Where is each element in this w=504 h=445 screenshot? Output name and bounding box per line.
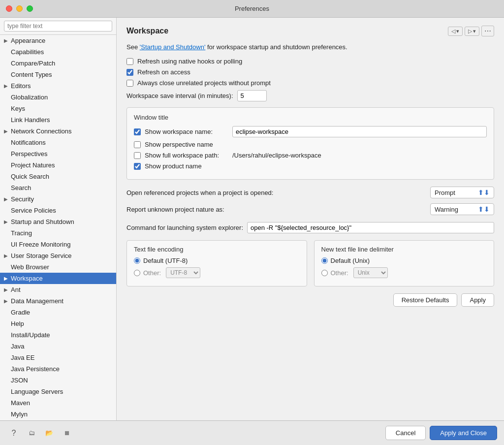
encoding-default-radio[interactable] <box>134 257 140 264</box>
delimiter-default-radio[interactable] <box>321 257 328 264</box>
sidebar-filter[interactable] <box>0 18 116 35</box>
stop-button[interactable]: ⏹ <box>60 426 74 440</box>
sidebar-item-security[interactable]: ▶Security <box>0 193 116 205</box>
show-workspace-name-label: Show workspace name: <box>145 128 228 135</box>
close-button[interactable] <box>6 5 12 12</box>
sidebar-item-startup-shutdown[interactable]: ▶Startup and Shutdown <box>0 216 116 227</box>
sidebar-item-help[interactable]: Help <box>0 318 116 329</box>
sidebar-item-link-handlers[interactable]: Link Handlers <box>0 114 116 126</box>
refresh-native-checkbox[interactable] <box>126 58 133 65</box>
sidebar-item-compare-patch[interactable]: Compare/Patch <box>0 58 116 69</box>
show-product-name-checkbox[interactable] <box>134 163 141 170</box>
restore-defaults-button[interactable]: Restore Defaults <box>393 293 458 307</box>
refresh-access-label: Refresh on access <box>137 68 190 76</box>
sidebar-item-label: Java Persistence <box>11 365 60 373</box>
apply-button[interactable]: Apply <box>461 293 494 307</box>
sidebar-item-java-ee[interactable]: Java EE <box>0 352 116 363</box>
line-delimiter-title: New text file line delimiter <box>321 246 487 253</box>
sidebar-item-notifications[interactable]: Notifications <box>0 137 116 148</box>
sidebar-item-install-update[interactable]: Install/Update <box>0 329 116 341</box>
sidebar-item-appearance[interactable]: ▶Appearance <box>0 35 116 46</box>
minimize-button[interactable] <box>16 5 23 12</box>
sidebar-item-network-connections[interactable]: ▶Network Connections <box>0 126 116 137</box>
sidebar-item-language-servers[interactable]: Language Servers <box>0 386 116 397</box>
show-product-name-row: Show product name <box>134 162 487 170</box>
command-label: Command for launching system explorer: <box>126 224 243 231</box>
encoding-other-select[interactable]: UTF-8 <box>166 267 200 278</box>
forward-button[interactable]: ▷ ▾ <box>465 27 479 36</box>
help-icon: ? <box>12 429 16 438</box>
maximize-button[interactable] <box>27 5 33 12</box>
show-full-path-row: Show full workspace path: /Users/rahul/e… <box>134 152 487 159</box>
sidebar-item-service-policies[interactable]: Service Policies <box>0 205 116 216</box>
sidebar-item-ant[interactable]: ▶Ant <box>0 284 116 295</box>
save-interval-input[interactable] <box>237 90 267 101</box>
window-title-section-label: Window title <box>134 114 487 121</box>
sidebar-item-ui-freeze[interactable]: UI Freeze Monitoring <box>0 239 116 250</box>
filter-input[interactable] <box>4 21 112 32</box>
sidebar-item-java[interactable]: Java <box>0 341 116 352</box>
show-full-path-checkbox[interactable] <box>134 152 141 159</box>
sidebar-item-user-storage[interactable]: ▶User Storage Service <box>0 250 116 261</box>
show-perspective-name-checkbox[interactable] <box>134 141 141 148</box>
report-unknown-value: Warning <box>435 206 458 213</box>
back-dropdown-icon: ▾ <box>456 28 459 34</box>
sidebar-item-capabilities[interactable]: Capabilities <box>0 46 116 58</box>
save-interval-row: Workspace save interval (in minutes): <box>126 90 494 101</box>
sidebar-item-label: Data Management <box>11 297 63 305</box>
sidebar-item-tracing[interactable]: Tracing <box>0 227 116 239</box>
refresh-access-checkbox[interactable] <box>126 69 133 76</box>
full-path-value: /Users/rahul/eclipse-workspace <box>232 152 321 159</box>
sidebar-item-workspace[interactable]: ▶Workspace <box>0 273 116 284</box>
sidebar-item-json[interactable]: JSON <box>0 375 116 386</box>
chevron-down-icon: ⬆⬇ <box>478 189 490 196</box>
sidebar-item-label: Install/Update <box>11 331 50 339</box>
cancel-button[interactable]: Cancel <box>385 426 426 440</box>
sidebar-item-label: Workspace <box>11 275 43 282</box>
sidebar-item-mylyn[interactable]: Mylyn <box>0 409 116 420</box>
sidebar-item-globalization[interactable]: Globalization <box>0 92 116 103</box>
sidebar-item-data-management[interactable]: ▶Data Management <box>0 295 116 307</box>
delimiter-other-select[interactable]: Unix <box>353 267 388 278</box>
sidebar-item-label: Content Types <box>11 71 52 78</box>
back-button[interactable]: ◁ ▾ <box>448 27 463 36</box>
sidebar-item-keys[interactable]: Keys <box>0 103 116 114</box>
encoding-other-radio[interactable] <box>134 270 140 276</box>
report-unknown-dropdown[interactable]: Warning ⬆⬇ <box>430 203 494 215</box>
help-button[interactable]: ? <box>7 426 21 440</box>
open-referenced-value: Prompt <box>435 189 455 196</box>
sidebar-item-oomph[interactable]: Oomph <box>0 420 116 420</box>
sidebar-item-perspectives[interactable]: Perspectives <box>0 148 116 159</box>
apply-close-button[interactable]: Apply and Close <box>430 426 497 440</box>
more-menu-button[interactable]: ⋯ <box>481 26 494 36</box>
sidebar-item-label: Link Handlers <box>11 116 50 124</box>
export-button[interactable]: 🗂 <box>25 426 38 440</box>
show-workspace-name-checkbox[interactable] <box>134 128 141 135</box>
info-link[interactable]: 'Startup and Shutdown' <box>140 43 206 51</box>
content-nav: ◁ ▾ ▷ ▾ ⋯ <box>448 26 494 36</box>
command-input[interactable] <box>247 222 494 233</box>
close-unrelated-checkbox[interactable] <box>126 80 133 87</box>
sidebar-item-search[interactable]: Search <box>0 182 116 193</box>
delimiter-default-label: Default (Unix) <box>331 257 370 264</box>
content-header: Workspace ◁ ▾ ▷ ▾ ⋯ <box>126 26 494 36</box>
sidebar-item-content-types[interactable]: Content Types <box>0 69 116 80</box>
sidebar-item-web-browser[interactable]: Web Browser <box>0 261 116 273</box>
sidebar-item-java-persistence[interactable]: Java Persistence <box>0 363 116 375</box>
sidebar-item-project-natures[interactable]: Project Natures <box>0 159 116 171</box>
main-layout: ▶AppearanceCapabilitiesCompare/PatchCont… <box>0 18 504 420</box>
window-controls[interactable] <box>6 5 33 12</box>
sidebar-item-quick-search[interactable]: Quick Search <box>0 171 116 182</box>
sidebar-item-editors[interactable]: ▶Editors <box>0 80 116 92</box>
sidebar-item-label: Editors <box>11 82 31 90</box>
import-button[interactable]: 📂 <box>42 426 56 440</box>
open-referenced-dropdown[interactable]: Prompt ⬆⬇ <box>430 187 494 198</box>
open-referenced-row: Open referenced projects when a project … <box>126 187 494 198</box>
sidebar-item-maven[interactable]: Maven <box>0 397 116 409</box>
arrow-icon: ▶ <box>4 38 11 43</box>
delimiter-other-radio[interactable] <box>321 270 328 276</box>
sidebar-item-label: Gradle <box>11 309 30 316</box>
sidebar-item-label: Java <box>11 343 24 350</box>
sidebar-item-gradle[interactable]: Gradle <box>0 307 116 318</box>
workspace-name-input[interactable] <box>232 126 487 137</box>
